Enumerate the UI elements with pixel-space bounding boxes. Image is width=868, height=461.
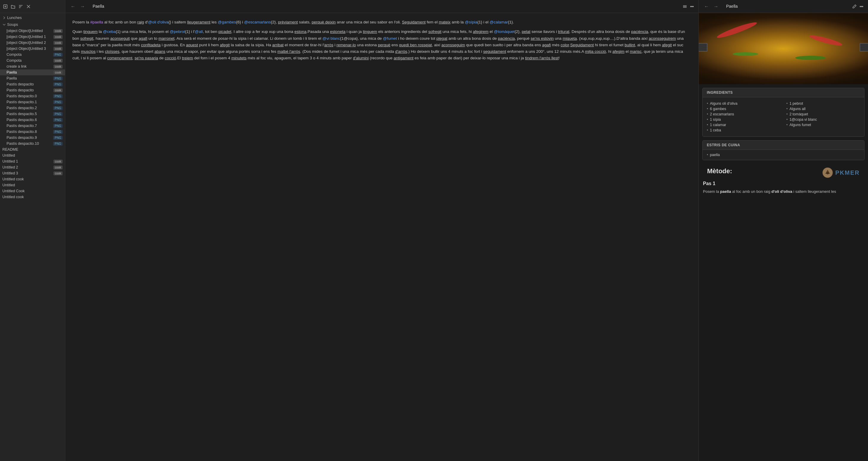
veg-decoration-2 [795,56,826,60]
svg-point-13 [693,6,693,6]
item-label: Pastís despacito.5 [6,112,51,116]
sidebar-item-1[interactable]: [object Object]Untitled 1 cook [0,34,65,40]
sidebar-item-5[interactable]: Compota cook [0,58,65,64]
sidebar-item-3[interactable]: [object Object]Untitled 3 cook [0,46,65,52]
ingredient-item: 1@copa vi blanc [786,117,860,122]
editor-back-button[interactable]: ← [69,3,76,10]
svg-point-18 [827,172,829,174]
sidebar-item-19[interactable]: Pastís despacito.10 PNG [0,141,65,146]
step-title: Pas 1 [703,181,864,186]
sidebar-group-soups[interactable]: Soups [0,21,65,28]
sidebar-item-9[interactable]: Pastís despacito PNG [0,81,65,87]
item-badge: PNG [53,53,63,57]
sidebar-item-14[interactable]: Pastís despacito.5 PNG [0,111,65,117]
item-label: Pastís despacito.1 [6,100,51,104]
ingredient-item: 2 tomàquet [786,111,860,117]
sidebar-item-4[interactable]: Compota PNG [0,52,65,58]
ingredient-item: 1 pebrot [786,101,860,106]
pkmer-text: PKMER [835,169,860,176]
item-badge: cook [54,65,63,69]
sidebar-item-11[interactable]: Pastís despacito.0 PNG [0,93,65,99]
editor-header: ← → Paella [65,0,699,13]
preview-more-icon[interactable] [859,4,864,9]
preview-forward-button[interactable]: → [712,3,720,10]
sidebar-item-10[interactable]: Pastís despacito cook [0,87,65,93]
paella-image [699,13,868,84]
sidebar-item-untitled-b[interactable]: Untitled [0,182,65,188]
svg-point-14 [860,6,861,6]
sidebar-item-13[interactable]: Pastís despacito.2 PNG [0,105,65,111]
item-badge: PNG [53,83,63,86]
sidebar-group-lunches[interactable]: Lunches [0,14,65,21]
item-label: Pastís despacito.2 [6,106,51,110]
editor-pane: ← → Paella Posem la #paella al foc amb u… [65,0,699,461]
pan-handle-right [860,43,868,52]
sidebar-item-untitled3[interactable]: Untitled 3 cook [0,170,65,176]
item-badge: PNG [53,100,63,104]
sidebar-item-untitled1[interactable]: Untitled 1 cook [0,158,65,164]
sidebar-item-readme[interactable]: README [0,146,65,153]
item-badge: cook [54,166,63,169]
close-sidebar-icon[interactable] [26,4,31,9]
sidebar-item-untitled-Cook[interactable]: Untitled Cook [0,188,65,194]
ingredients-section: INGREDIENTS Alguns oli d'oliva 6 gambes … [702,88,864,137]
preview-edit-icon[interactable] [852,4,857,9]
sidebar-item-16[interactable]: Pastís despacito.7 PNG [0,123,65,129]
ingredient-item: 6 gambes [707,106,780,111]
preview-title: Paella [722,0,849,13]
item-badge: cook [54,171,63,175]
sidebar-item-untitled[interactable]: Untitled [0,153,65,158]
item-label: Pastís despacito.0 [6,94,51,98]
open-folder-icon[interactable] [11,4,16,9]
editor-forward-button[interactable]: → [79,3,86,10]
item-badge: PNG [53,94,63,98]
svg-point-16 [862,6,863,6]
sidebar: Lunches Soups [object Object]Untitled co… [0,0,65,461]
sidebar-toolbar [0,0,65,13]
item-label: Untitled [2,183,63,187]
sidebar-item-17[interactable]: Pastís despacito.8 PNG [0,129,65,135]
item-label: Untitled 3 [2,171,51,175]
item-label: Paella [6,76,51,80]
ingredient-item: Alguns fumet [786,122,860,128]
item-label: Pastís despacito [6,82,51,86]
ingredient-item: 1 ceba [707,128,780,133]
sidebar-group-label: Lunches [7,15,22,20]
item-badge: PNG [53,76,63,80]
new-note-icon[interactable] [3,4,8,9]
item-label: [object Object]Untitled 3 [6,46,51,51]
sidebar-item-18[interactable]: Pastís despacito.9 PNG [0,135,65,141]
editor-content[interactable]: Posem la #paella al foc amb un bon raig … [65,13,699,461]
item-label: Pastís despacito.10 [6,141,51,146]
sidebar-item-12[interactable]: Pastís despacito.1 PNG [0,99,65,105]
item-label: [object Object]Untitled 1 [6,35,51,39]
method-text: Posem la paella al foc amb un bon raig d… [703,189,864,195]
veg-decoration-1 [733,52,758,56]
item-label: [object Object]Untitled 2 [6,41,51,45]
sidebar-item-2[interactable]: [object Object]Untitled 2 cook [0,40,65,46]
item-badge: cook [54,89,63,92]
method-title: Mètode: [707,167,820,175]
item-label: Pastís despacito.6 [6,118,51,122]
item-label: [object Object]Untitled [6,29,51,33]
item-badge: cook [54,29,63,33]
sidebar-item-paella-png[interactable]: Paella PNG [0,75,65,81]
item-label: Pastís despacito.9 [6,136,51,140]
sidebar-item-0[interactable]: [object Object]Untitled cook [0,28,65,34]
estris-header: ESTRIS DE CUINA [703,141,864,150]
editor-menu-icon[interactable] [682,4,687,9]
item-badge: cook [54,71,63,74]
sidebar-item-15[interactable]: Pastís despacito.6 PNG [0,117,65,123]
editor-more-icon[interactable] [690,4,694,9]
ingredients-grid: Alguns oli d'oliva 6 gambes 2 escamarlan… [703,97,864,136]
watermark-area: Mètode: PKMER [703,167,864,181]
sidebar-item-6[interactable]: create a link cook [0,64,65,69]
item-badge: cook [54,160,63,163]
preview-back-button[interactable]: ← [703,3,710,10]
sidebar-item-untitled2[interactable]: Untitled 2 cook [0,164,65,170]
ingredient-item: 1 sípia [707,117,780,122]
sort-icon[interactable] [19,4,23,9]
sidebar-item-untitled-cook-c[interactable]: Untitled cook [0,194,65,200]
sidebar-item-untitled-cook[interactable]: Untitled cook [0,176,65,182]
sidebar-item-paella[interactable]: Paella cook [0,69,65,75]
